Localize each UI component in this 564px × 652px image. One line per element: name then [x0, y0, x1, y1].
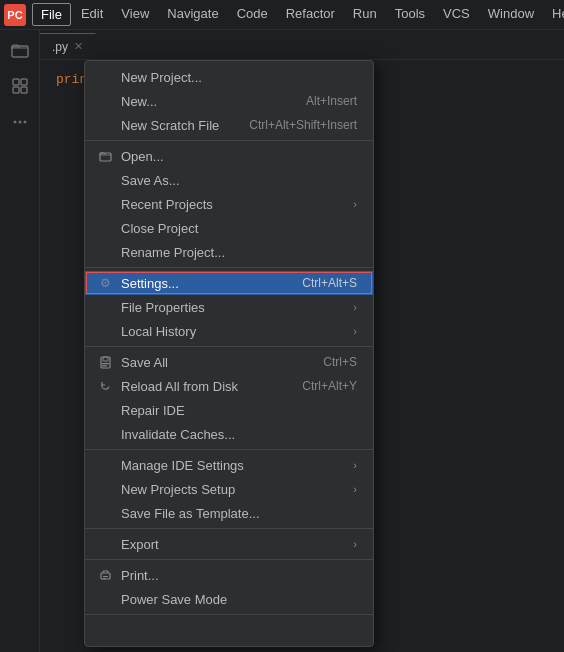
menu-item-new-projects-setup[interactable]: New Projects Setup ›	[85, 477, 373, 501]
menubar-code[interactable]: Code	[229, 3, 276, 26]
print-icon	[97, 569, 113, 582]
menubar-refactor[interactable]: Refactor	[278, 3, 343, 26]
ide-body: .py ✕ print("Hello World") New Project..…	[0, 30, 564, 652]
svg-rect-11	[102, 363, 109, 364]
menubar-window[interactable]: Window	[480, 3, 542, 26]
menu-item-save-all[interactable]: Save All Ctrl+S	[85, 350, 373, 374]
menu-item-local-history[interactable]: Local History ›	[85, 319, 373, 343]
menubar-help[interactable]: Help	[544, 3, 564, 26]
sidebar	[0, 30, 40, 652]
menubar-items: File Edit View Navigate Code Refactor Ru…	[32, 3, 564, 26]
menu-item-print[interactable]: Print...	[85, 563, 373, 587]
main-area: .py ✕ print("Hello World") New Project..…	[40, 30, 564, 652]
svg-rect-12	[102, 365, 107, 366]
menubar: PC File Edit View Navigate Code Refactor…	[0, 0, 564, 30]
menubar-tools[interactable]: Tools	[387, 3, 433, 26]
menubar-run[interactable]: Run	[345, 3, 385, 26]
svg-rect-4	[21, 87, 27, 93]
app-logo: PC	[4, 4, 26, 26]
menu-item-new[interactable]: New... Alt+Insert	[85, 89, 373, 113]
separator-2	[85, 267, 373, 268]
menu-item-new-scratch[interactable]: New Scratch File Ctrl+Alt+Shift+Insert	[85, 113, 373, 137]
structure-icon[interactable]	[6, 72, 34, 100]
new-projects-arrow: ›	[353, 483, 357, 495]
menu-item-file-properties[interactable]: File Properties ›	[85, 295, 373, 319]
separator-6	[85, 559, 373, 560]
settings-shortcut: Ctrl+Alt+S	[302, 276, 357, 290]
menu-item-save-as[interactable]: Save As...	[85, 168, 373, 192]
menu-item-reload-all[interactable]: Reload All from Disk Ctrl+Alt+Y	[85, 374, 373, 398]
tab-bar: .py ✕	[40, 30, 564, 60]
menu-item-recent-projects[interactable]: Recent Projects ›	[85, 192, 373, 216]
svg-rect-14	[103, 576, 108, 577]
svg-rect-15	[103, 578, 106, 579]
save-all-shortcut: Ctrl+S	[323, 355, 357, 369]
menu-item-close-project[interactable]: Close Project	[85, 216, 373, 240]
new-scratch-shortcut: Ctrl+Alt+Shift+Insert	[249, 118, 357, 132]
svg-point-6	[18, 121, 21, 124]
svg-rect-10	[103, 357, 108, 361]
tab-close-icon[interactable]: ✕	[74, 40, 83, 53]
new-shortcut: Alt+Insert	[306, 94, 357, 108]
menu-item-manage-ide[interactable]: Manage IDE Settings ›	[85, 453, 373, 477]
menu-item-exit[interactable]	[85, 618, 373, 642]
svg-point-5	[13, 121, 16, 124]
svg-rect-3	[13, 87, 19, 93]
menu-item-power-save-mode[interactable]: Power Save Mode	[85, 587, 373, 611]
svg-rect-1	[13, 79, 19, 85]
separator-3	[85, 346, 373, 347]
file-menu: New Project... New... Alt+Insert New Scr…	[84, 60, 374, 647]
reload-shortcut: Ctrl+Alt+Y	[302, 379, 357, 393]
menu-item-new-project[interactable]: New Project...	[85, 65, 373, 89]
menubar-view[interactable]: View	[113, 3, 157, 26]
tab-label: .py	[52, 40, 68, 54]
menubar-navigate[interactable]: Navigate	[159, 3, 226, 26]
separator-1	[85, 140, 373, 141]
more-tools-icon[interactable]	[6, 108, 34, 136]
menu-item-open[interactable]: Open...	[85, 144, 373, 168]
separator-5	[85, 528, 373, 529]
folder-icon[interactable]	[6, 36, 34, 64]
svg-rect-2	[21, 79, 27, 85]
editor-tab[interactable]: .py ✕	[40, 33, 96, 59]
menu-item-repair-ide[interactable]: Repair IDE	[85, 398, 373, 422]
local-history-arrow: ›	[353, 325, 357, 337]
menu-item-export[interactable]: Export ›	[85, 532, 373, 556]
menu-item-settings[interactable]: ⚙ Settings... Ctrl+Alt+S	[85, 271, 373, 295]
recent-projects-arrow: ›	[353, 198, 357, 210]
menu-item-save-template[interactable]: Save File as Template...	[85, 501, 373, 525]
settings-icon: ⚙	[97, 276, 113, 290]
menubar-edit[interactable]: Edit	[73, 3, 111, 26]
file-properties-arrow: ›	[353, 301, 357, 313]
menu-item-rename-project[interactable]: Rename Project...	[85, 240, 373, 264]
open-icon	[97, 150, 113, 163]
export-arrow: ›	[353, 538, 357, 550]
separator-7	[85, 614, 373, 615]
menubar-file[interactable]: File	[32, 3, 71, 26]
separator-4	[85, 449, 373, 450]
manage-ide-arrow: ›	[353, 459, 357, 471]
menubar-vcs[interactable]: VCS	[435, 3, 478, 26]
save-all-icon	[97, 356, 113, 369]
reload-icon	[97, 380, 113, 393]
menu-item-invalidate-caches[interactable]: Invalidate Caches...	[85, 422, 373, 446]
svg-point-7	[23, 121, 26, 124]
